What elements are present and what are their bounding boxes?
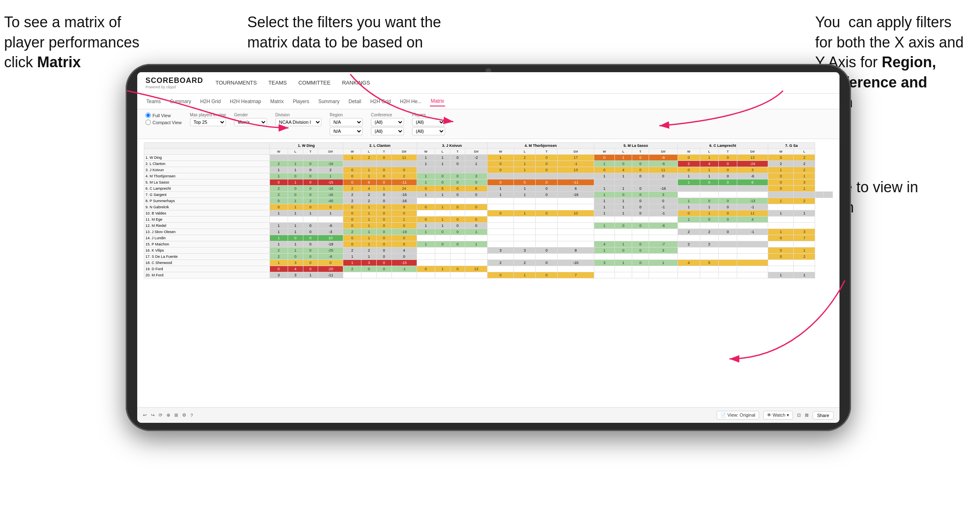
matrix-cell: 0 [377,241,392,248]
matrix-cell: 0 [270,266,288,272]
logo-area: SCOREBOARD Powered by clippd [145,76,203,89]
matrix-cell: 0 [465,179,488,186]
view-original-btn[interactable]: 📄 View: Original [717,411,759,420]
matrix-cell: 1 [615,241,632,248]
conference-select2[interactable]: (All) [371,127,404,135]
toolbar-undo-icon[interactable]: ↩ [143,412,147,418]
toolbar-help-icon[interactable]: ? [190,413,193,418]
matrix-cell: 0 [615,161,632,167]
region-select1[interactable]: N/A [330,118,363,126]
tab-summary[interactable]: Summary [169,97,192,106]
matrix-cell: 0 [768,248,794,254]
matrix-cell: 1 [318,210,343,217]
matrix-cell-empty [649,254,678,260]
toolbar-settings-icon[interactable]: ⚙ [182,412,186,418]
matrix-cell: 0 [417,186,435,192]
matrix-cell-diagonal [815,192,824,198]
view-options: Full View Compact View [145,113,182,125]
tab-h2h-grid2[interactable]: H2H Grid [369,97,392,106]
tab-players[interactable]: Players [292,97,310,106]
row-label: 1. W Ding [144,155,270,161]
matrix-cell: 0 [303,223,318,229]
matrix-cell: -1 [649,210,678,217]
tab-detail[interactable]: Detail [348,97,362,106]
matrix-cell: 3 [794,179,815,186]
matrix-cell: 0 [487,167,513,173]
matrix-cell-diagonal [632,179,649,186]
toolbar-refresh-icon[interactable]: ⟳ [159,412,162,418]
matrix-cell: 0 [632,198,649,204]
matrix-cell-empty [536,254,558,260]
gender-select[interactable]: Men's Women's [234,118,267,126]
matrix-cell-fill [794,260,815,266]
matrix-cell-empty [678,223,700,229]
matrix-cell: 0 [288,186,303,192]
table-row: 6. C Lamprecht200-162412405061106110-160… [144,186,833,192]
matrix-cell: 0 [450,179,465,186]
matrix-cell: 0 [718,204,737,210]
tab-h2h-heatmap[interactable]: H2H Heatmap [229,97,262,106]
matrix-cell-empty [615,272,632,278]
matrix-cell: -19 [392,229,417,235]
tab-matrix-active[interactable]: Matrix [430,97,445,106]
matrix-cell: 1 [615,204,632,210]
tab-h2h-he[interactable]: H2H He... [399,97,422,106]
matrix-cell-empty [450,260,465,266]
max-players-select[interactable]: Top 25 Top 10 Top 50 [190,118,226,126]
radio-compact-view[interactable]: Compact View [145,120,182,125]
matrix-cell: 0 [392,223,417,229]
matrix-cell-empty [678,272,700,278]
matrix-cell: 3 [737,167,768,173]
matrix-cell-empty [632,217,649,223]
row-label: 3. J Koivun [144,167,270,173]
matrix-cell-empty [536,241,558,248]
conference-select1[interactable]: (All) [371,118,404,126]
matrix-cell: 1 [615,155,632,161]
matrix-cell-diagonal [700,186,718,192]
toolbar-redo-icon[interactable]: ↪ [151,412,155,418]
matrix-cell: 0 [487,272,513,278]
matrix-cell [718,260,737,266]
matrix-cell-empty [465,272,488,278]
nav-tournaments[interactable]: TOURNAMENTS [216,78,257,87]
radio-full-view[interactable]: Full View [145,113,182,118]
matrix-cell-empty [536,266,558,272]
matrix-cell: 2 [678,161,700,167]
watch-btn[interactable]: 👁 Watch ▾ [763,411,793,420]
tab-matrix-left[interactable]: Matrix [270,97,285,106]
matrix-cell: 0 [435,179,450,186]
nav-teams[interactable]: TEAMS [268,78,287,87]
matrix-cell-empty [417,254,435,260]
toolbar-icon2[interactable]: ⊠ [805,412,809,418]
table-row: 9. N Gabrelcik010001090100110-1110-1 [144,204,833,210]
table-row: 10. B Valdes1111010001010110-10101111 [144,210,833,217]
matrix-container[interactable]: 1. W Ding 2. L Clanton 3. J Koivun 4. M … [137,139,839,407]
division-select[interactable]: NCAA Division I NCAA Division II [275,118,321,126]
matrix-cell-empty [700,223,718,229]
players-select2[interactable]: (All) [412,127,445,135]
toolbar-icon1[interactable]: ⊡ [797,412,801,418]
table-row: 16. K Vilips210-2522043308100301 [144,248,833,254]
region-select2[interactable]: N/A [330,127,363,135]
nav-rankings[interactable]: RANKINGS [342,78,370,87]
matrix-cell: 0 [718,161,737,167]
matrix-cell-diagonal [487,173,513,179]
toolbar-grid-icon[interactable]: ⊞ [174,412,178,418]
tab-teams[interactable]: Teams [145,97,162,106]
share-btn[interactable]: Share [813,411,834,420]
filter-division: Division NCAA Division I NCAA Division I… [275,113,321,126]
nav-committee[interactable]: COMMITTEE [298,78,331,87]
toolbar-share-icon[interactable]: ⊕ [166,412,170,418]
matrix-cell-diagonal [514,173,536,179]
tab-h2h-grid[interactable]: H2H Grid [199,97,222,106]
players-select1[interactable]: (All) [412,118,445,126]
col-header-empty [144,143,270,149]
tab-summary2[interactable]: Summary [317,97,340,106]
matrix-cell-empty [649,272,678,278]
matrix-cell-empty [377,272,392,278]
matrix-cell: 1 [361,229,377,235]
matrix-cell: 0 [536,179,558,186]
matrix-cell: 1 [768,198,794,204]
matrix-cell: 1 [678,173,700,179]
matrix-cell: 0 [632,210,649,217]
